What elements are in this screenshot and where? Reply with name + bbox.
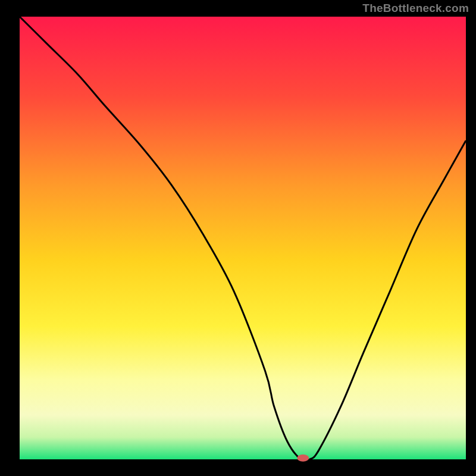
- chart-frame: TheBottleneck.com: [0, 0, 476, 476]
- bottleneck-chart: [0, 0, 476, 476]
- optimal-marker: [297, 455, 309, 462]
- watermark-text: TheBottleneck.com: [362, 2, 469, 15]
